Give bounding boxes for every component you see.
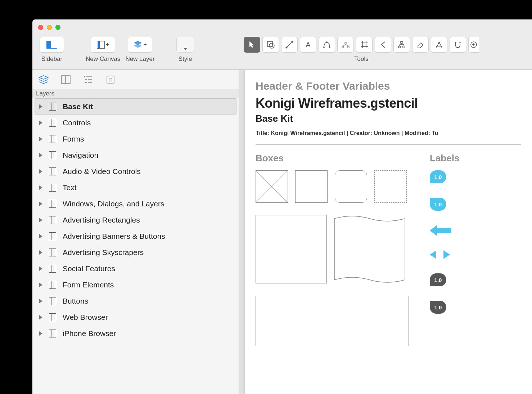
boxes-heading: Boxes (256, 153, 410, 164)
pin-label-dark-flip[interactable]: 1.0 (430, 301, 446, 314)
layer-item-windows[interactable]: Windows, Dialogs, and Layers (32, 196, 239, 212)
text-tool[interactable]: A (300, 37, 316, 53)
new-canvas-label: New Canvas (86, 55, 120, 63)
layers-tab[interactable] (37, 75, 50, 85)
layer-item-navigation[interactable]: Navigation (32, 147, 239, 163)
canvas-icon (49, 184, 56, 192)
square-box[interactable] (295, 170, 328, 203)
artboard-tool[interactable] (356, 37, 373, 53)
disclosure-icon[interactable] (39, 267, 42, 271)
canvas-icon (49, 281, 56, 289)
layer-item-text[interactable]: Text (32, 179, 239, 196)
disclosure-icon[interactable] (39, 218, 42, 222)
new-layer-button[interactable] (128, 37, 152, 53)
disclosure-icon[interactable] (39, 250, 42, 255)
pin-label-dark[interactable]: 1.0 (430, 273, 446, 286)
outline-tab[interactable] (82, 75, 94, 85)
svg-rect-1 (46, 41, 51, 49)
shape-tool[interactable] (262, 37, 279, 53)
arrow-label[interactable] (430, 225, 451, 236)
pen-tool[interactable] (319, 37, 335, 53)
caret-pair[interactable] (430, 250, 521, 259)
layer-item-web-browser[interactable]: Web Browser (32, 309, 239, 325)
style-dropdown[interactable] (176, 37, 194, 53)
svg-point-16 (323, 46, 325, 48)
sidebar-toggle-button[interactable] (40, 37, 64, 53)
layer-item-form-elements[interactable]: Form Elements (32, 277, 239, 293)
sidebar-icon (46, 41, 57, 49)
canvas-page[interactable]: Header & Footer Variables Konigi Wirefra… (245, 70, 532, 394)
layer-label: Form Elements (63, 281, 114, 289)
layer-item-social[interactable]: Social Features (32, 260, 239, 277)
line-tool[interactable] (281, 37, 298, 53)
layer-item-adv-banners[interactable]: Advertising Banners & Buttons (32, 228, 239, 244)
placeholder-box[interactable] (256, 170, 288, 203)
box-row-wide (256, 296, 410, 346)
disclosure-icon[interactable] (39, 153, 42, 157)
disclosure-icon[interactable] (39, 169, 42, 174)
sidebar-tabs (32, 70, 239, 89)
canvas-icon (49, 167, 56, 175)
caret-left-icon (430, 250, 436, 259)
meta-line: Title: Konigi Wireframes.gstencil | Crea… (256, 130, 521, 145)
titlebar[interactable] (32, 19, 532, 35)
canvas-area[interactable]: Header & Footer Variables Konigi Wirefra… (239, 70, 532, 394)
layer-item-adv-rect[interactable]: Advertising Rectangles (32, 212, 239, 228)
disclosure-icon[interactable] (39, 283, 42, 287)
layer-label: Forms (63, 135, 84, 143)
close-icon[interactable] (38, 25, 43, 30)
layer-item-adv-sky[interactable]: Advertising Skyscrapers (32, 244, 239, 260)
new-layer-label: New Layer (125, 55, 154, 63)
disclosure-icon[interactable] (39, 202, 42, 206)
layer-item-forms[interactable]: Forms (32, 131, 239, 147)
guides-tab[interactable] (60, 75, 72, 85)
disclosure-icon[interactable] (39, 331, 42, 336)
selection-tab[interactable] (104, 75, 117, 85)
eraser-tool[interactable] (412, 37, 429, 53)
wide-box[interactable] (256, 296, 409, 346)
svg-text:A: A (306, 41, 311, 48)
layer-list: Base Kit Controls Forms Navigation Audio… (32, 98, 239, 394)
minimize-icon[interactable] (47, 25, 52, 30)
outline-icon (84, 76, 93, 84)
pin-label[interactable]: 1.0 (430, 170, 446, 183)
dashed-box[interactable] (374, 170, 407, 203)
selection-tool[interactable] (244, 37, 260, 53)
new-canvas-button[interactable] (91, 37, 115, 53)
canvas-icon (49, 249, 56, 256)
app-window: Sidebar New Canvas (32, 19, 532, 394)
layer-label: Advertising Rectangles (63, 216, 140, 224)
disclosure-icon[interactable] (39, 137, 42, 141)
tools-label: Tools (354, 55, 369, 63)
disclosure-icon[interactable] (39, 121, 42, 125)
point-edit-icon (342, 41, 350, 49)
back-tool[interactable] (375, 37, 391, 53)
text-icon: A (305, 41, 312, 48)
disclosure-icon[interactable] (39, 315, 42, 319)
zoom-icon[interactable] (55, 25, 60, 30)
large-box[interactable] (256, 215, 327, 283)
wavy-box[interactable] (334, 215, 405, 283)
box-row-large (256, 215, 410, 283)
rounded-box[interactable] (335, 170, 367, 203)
distribute-tool[interactable] (431, 37, 447, 53)
chevron-down-icon (184, 48, 187, 50)
layer-item-base-kit[interactable]: Base Kit (35, 98, 236, 115)
disclosure-icon[interactable] (39, 104, 42, 109)
pin-label-flip[interactable]: 1.0 (430, 198, 446, 211)
disclosure-icon[interactable] (39, 185, 42, 190)
layer-item-audio-video[interactable]: Audio & Video Controls (32, 163, 239, 179)
hierarchy-tool[interactable] (393, 37, 410, 53)
svg-point-13 (285, 47, 287, 49)
disclosure-icon[interactable] (39, 299, 42, 303)
canvas-icon (49, 200, 56, 208)
layer-item-buttons[interactable]: Buttons (32, 293, 239, 309)
layer-item-iphone-browser[interactable]: iPhone Browser (32, 325, 239, 341)
magnet-tool[interactable] (450, 37, 466, 53)
layer-label: Buttons (63, 297, 88, 305)
content-area: Layers Base Kit Controls Forms Navigatio… (32, 70, 532, 394)
zoom-tool[interactable] (468, 37, 479, 53)
layer-item-controls[interactable]: Controls (32, 115, 239, 131)
point-edit-tool[interactable] (337, 37, 354, 53)
disclosure-icon[interactable] (39, 234, 42, 238)
